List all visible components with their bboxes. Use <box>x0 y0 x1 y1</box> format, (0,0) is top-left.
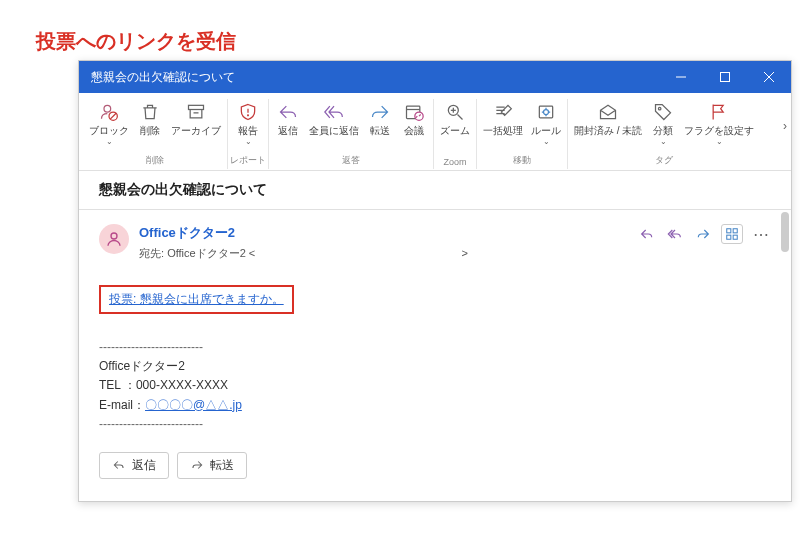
chevron-down-icon: ⌄ <box>716 137 723 147</box>
reply-all-button[interactable]: 全員に返信 <box>305 99 363 139</box>
sender-name: Officeドクター2 <box>139 224 627 242</box>
tag-icon <box>652 101 674 123</box>
group-label-move: 移動 <box>513 154 531 169</box>
chevron-down-icon: ⌄ <box>543 137 550 147</box>
vote-link[interactable]: 投票: 懇親会に出席できますか。 <box>109 292 284 306</box>
grid-action[interactable] <box>721 224 743 244</box>
window-title: 懇親会の出欠確認について <box>91 69 659 86</box>
svg-rect-1 <box>721 73 730 82</box>
group-label-delete: 削除 <box>146 154 164 169</box>
zoom-icon <box>444 101 466 123</box>
envelope-open-icon <box>597 101 619 123</box>
svg-point-12 <box>415 112 423 120</box>
forward-button[interactable]: 転送 <box>363 99 397 139</box>
minimize-button[interactable] <box>659 61 703 93</box>
titlebar: 懇親会の出欠確認について <box>79 61 791 93</box>
svg-rect-7 <box>189 105 204 109</box>
group-label-zoom: Zoom <box>443 157 466 169</box>
svg-point-18 <box>544 110 549 115</box>
block-button[interactable]: ブロック ⌄ <box>85 99 133 149</box>
vote-highlight-box: 投票: 懇親会に出席できますか。 <box>99 285 294 314</box>
meeting-button[interactable]: 会議 <box>397 99 431 139</box>
sig-tel: TEL ：000-XXXX-XXXX <box>99 376 771 395</box>
batch-button[interactable]: 一括処理 <box>479 99 527 149</box>
flag-icon <box>708 101 730 123</box>
avatar <box>99 224 129 254</box>
trash-icon <box>139 101 161 123</box>
svg-point-19 <box>659 107 662 110</box>
forward-icon <box>369 101 391 123</box>
ribbon-group-delete: ブロック ⌄ 削除 アーカイブ 削除 <box>83 99 228 169</box>
delete-button[interactable]: 削除 <box>133 99 167 149</box>
report-button[interactable]: 報告 ⌄ <box>231 99 265 149</box>
ribbon-group-report: 報告 ⌄ レポート <box>228 99 269 169</box>
ribbon-group-respond: 返信 全員に返信 転送 <box>269 99 434 169</box>
scrollbar[interactable] <box>781 212 789 252</box>
group-label-tag: タグ <box>655 154 673 169</box>
flag-button[interactable]: フラグを設定す ⌄ <box>680 99 758 149</box>
outlook-window: 懇親会の出欠確認について ブロック ⌄ <box>78 60 792 502</box>
reply-bottom-button[interactable]: 返信 <box>99 452 169 479</box>
sig-name: Officeドクター2 <box>99 357 771 376</box>
rule-button[interactable]: ルール ⌄ <box>527 99 565 149</box>
chevron-down-icon: ⌄ <box>106 137 113 147</box>
block-icon <box>98 101 120 123</box>
annotation-title: 投票へのリンクを受信 <box>36 28 236 55</box>
svg-line-6 <box>110 113 116 119</box>
subject: 懇親会の出欠確認について <box>79 171 791 210</box>
zoom-button[interactable]: ズーム <box>436 99 474 139</box>
reply-all-action[interactable] <box>665 224 685 244</box>
ribbon-scroll-right[interactable]: › <box>783 119 787 133</box>
recipient-line: 宛先: Officeドクター2 < > <box>139 246 627 261</box>
archive-button[interactable]: アーカイブ <box>167 99 225 149</box>
sender-row: Officeドクター2 宛先: Officeドクター2 < > <box>99 224 771 261</box>
read-unread-button[interactable]: 開封済み / 未読 <box>570 99 646 149</box>
close-button[interactable] <box>747 61 791 93</box>
svg-rect-21 <box>727 229 731 233</box>
category-button[interactable]: 分類 ⌄ <box>646 99 680 149</box>
shield-icon <box>237 101 259 123</box>
reply-bar: 返信 転送 <box>99 452 771 479</box>
ribbon: ブロック ⌄ 削除 アーカイブ 削除 <box>79 93 791 171</box>
message-actions: ⋯ <box>637 224 771 244</box>
maximize-button[interactable] <box>703 61 747 93</box>
reply-action[interactable] <box>637 224 657 244</box>
svg-rect-23 <box>727 235 731 239</box>
sweep-icon <box>492 101 514 123</box>
svg-rect-22 <box>733 229 737 233</box>
calendar-meeting-icon <box>403 101 425 123</box>
ribbon-group-move: 一括処理 ルール ⌄ 移動 <box>477 99 568 169</box>
sig-email: E-mail：〇〇〇〇@△△.jp <box>99 396 771 415</box>
group-label-respond: 返答 <box>342 154 360 169</box>
reply-button[interactable]: 返信 <box>271 99 305 139</box>
svg-point-4 <box>104 105 111 112</box>
reply-all-icon <box>323 101 345 123</box>
more-action[interactable]: ⋯ <box>751 224 771 244</box>
svg-point-20 <box>111 233 117 239</box>
svg-point-9 <box>248 115 249 116</box>
forward-action[interactable] <box>693 224 713 244</box>
message-body: Officeドクター2 宛先: Officeドクター2 < > <box>79 210 791 501</box>
rule-icon <box>535 101 557 123</box>
sig-email-link[interactable]: 〇〇〇〇@△△.jp <box>145 398 242 412</box>
ribbon-group-zoom: ズーム Zoom <box>434 99 477 169</box>
signature: -------------------------- Officeドクター2 T… <box>99 338 771 434</box>
chevron-down-icon: ⌄ <box>245 137 252 147</box>
ribbon-group-tag: 開封済み / 未読 分類 ⌄ フラグを設定す ⌄ タグ <box>568 99 760 169</box>
chevron-down-icon: ⌄ <box>660 137 667 147</box>
forward-bottom-button[interactable]: 転送 <box>177 452 247 479</box>
svg-rect-24 <box>733 235 737 239</box>
svg-line-14 <box>458 115 463 120</box>
archive-icon <box>185 101 207 123</box>
group-label-report: レポート <box>230 154 266 169</box>
reply-icon <box>277 101 299 123</box>
